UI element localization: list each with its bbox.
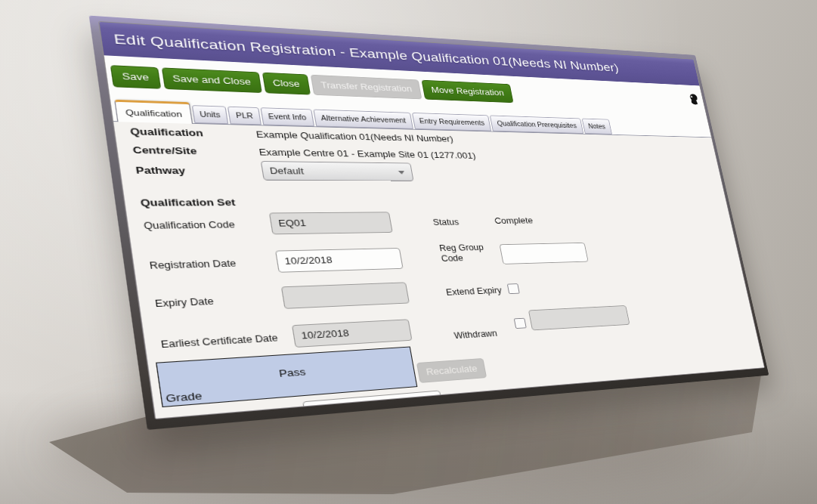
move-registration-button[interactable]: Move Registration [421, 80, 513, 103]
earliest-certificate-date-label: Earliest Certificate Date [160, 332, 279, 350]
recalculate-button: Recalculate [416, 358, 487, 383]
reg-group-code-input[interactable] [500, 243, 589, 264]
qualification-set-label: Qualification Set [140, 197, 237, 209]
close-button[interactable]: Close [262, 73, 311, 95]
tab-event-info[interactable]: Event Info [260, 107, 314, 126]
tab-qualification-prerequisites[interactable]: Qualification Prerequisites [490, 115, 583, 133]
withdrawn-input [528, 305, 630, 330]
earliest-certificate-date-input [292, 319, 413, 348]
expiry-date-label: Expiry Date [154, 296, 215, 309]
tab-label: Entry Requirements [419, 117, 485, 126]
tilted-window-wrapper: Edit Qualification Registration - Exampl… [98, 21, 765, 419]
expiry-date-input [281, 282, 410, 308]
tab-notes[interactable]: Notes [581, 119, 611, 135]
grade-value: Pass [159, 359, 413, 388]
tab-label: Alternative Achievement [320, 114, 407, 124]
tab-label: PLR [236, 112, 254, 120]
tab-qualification[interactable]: Qualification [114, 100, 192, 124]
pathway-select[interactable]: Default [261, 161, 414, 181]
tab-label: Notes [587, 122, 605, 130]
withdrawn-label: Withdrawn [453, 329, 498, 341]
tab-label: Event Info [268, 113, 307, 122]
tab-alternative-achievement[interactable]: Alternative Achievement [313, 110, 413, 129]
reg-group-code-label: Reg Group Code [438, 243, 497, 264]
person-silhouette-icon[interactable] [686, 93, 701, 107]
tab-label: Qualification [125, 107, 182, 118]
status-label: Status [432, 218, 460, 227]
app-window: Edit Qualification Registration - Exampl… [98, 21, 765, 419]
tab-units[interactable]: Units [191, 105, 228, 124]
withdrawn-checkbox[interactable] [514, 318, 527, 329]
extend-expiry-label: Extend Expiry [445, 286, 503, 298]
chevron-down-icon [398, 171, 405, 175]
tab-label: Units [200, 110, 221, 119]
registration-date-input[interactable] [275, 248, 404, 273]
centre-site-value: Example Centre 01 - Example Site 01 (127… [258, 147, 477, 160]
tab-label: Qualification Prerequisites [497, 120, 577, 129]
pathway-label: Pathway [135, 165, 187, 176]
transfer-registration-button: Transfer Registration [310, 75, 422, 100]
extend-expiry-checkbox[interactable] [507, 283, 520, 294]
qualification-label: Qualification [129, 126, 204, 139]
pathway-selected-value: Default [269, 165, 305, 176]
qualification-form: Qualification Example Qualification 01(N… [113, 122, 764, 419]
qualification-value: Example Qualification 01(Needs NI Number… [255, 130, 454, 144]
save-and-close-button[interactable]: Save and Close [161, 67, 262, 93]
qualification-code-label: Qualification Code [143, 220, 235, 231]
centre-site-label: Centre/Site [132, 144, 198, 156]
grade-label: Grade [165, 390, 203, 404]
save-button[interactable]: Save [110, 65, 161, 89]
status-value: Complete [494, 216, 534, 226]
tab-entry-requirements[interactable]: Entry Requirements [412, 113, 492, 131]
tab-plr[interactable]: PLR [227, 107, 262, 125]
qualification-code-input [269, 212, 393, 234]
registration-date-label: Registration Date [149, 258, 237, 271]
